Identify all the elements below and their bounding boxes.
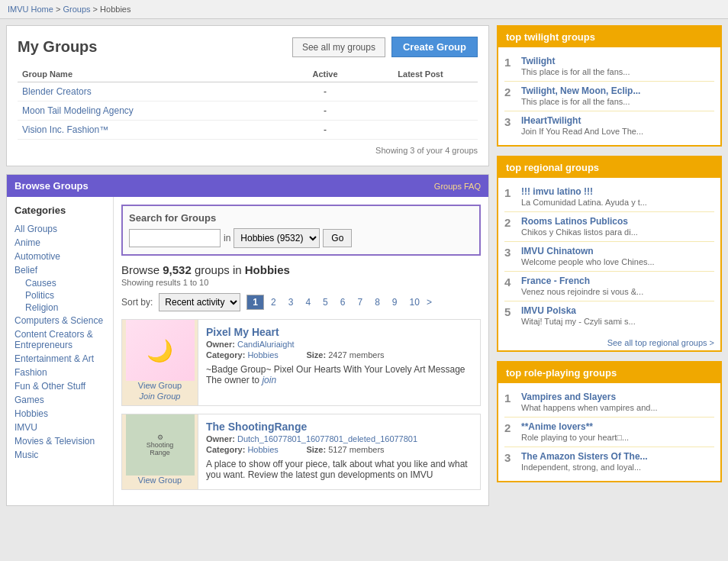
search-input[interactable] <box>129 229 221 247</box>
top-group-item: 1 !!! imvu latino !!! La Comunidad Latin… <box>504 182 714 212</box>
category-item-automotive[interactable]: Automotive <box>14 250 105 263</box>
owner-link[interactable]: Dutch_16077801_16077801_deleted_16077801 <box>237 434 417 443</box>
showing-text: Showing 3 of your 4 groups <box>18 146 478 155</box>
category-item-imvu[interactable]: IMVU <box>14 421 105 434</box>
top-group-item: 3 The Amazon Sisters Of The... Independe… <box>504 447 714 476</box>
page-5-button[interactable]: 5 <box>317 295 333 310</box>
category-item-games[interactable]: Games <box>14 393 105 407</box>
group-name-link[interactable]: Moon Tail Modeling Agency <box>22 105 134 116</box>
top-twilight-box: top twilight groups 1 Twilight This plac… <box>497 25 722 147</box>
top-group-name-link[interactable]: Twilight <box>521 56 714 66</box>
rank-number: 3 <box>504 246 521 259</box>
col-latest: Latest Post <box>363 66 478 82</box>
top-group-name-link[interactable]: IMVU Chinatown <box>521 246 714 256</box>
table-row: Blender Creators - <box>18 82 478 102</box>
category-item-movies---television[interactable]: Movies & Television <box>14 434 105 448</box>
top-group-desc: Role playing to your heart□... <box>521 433 629 442</box>
col-group-name: Group Name <box>18 66 287 82</box>
group-thumb: 🌙 View Group Join Group <box>122 320 198 405</box>
category-link[interactable]: Hobbies <box>247 350 278 359</box>
category-link[interactable]: Hobbies <box>247 445 278 454</box>
group-meta-owner: Owner: Dutch_16077801_16077801_deleted_1… <box>206 434 472 443</box>
page-2-button[interactable]: 2 <box>266 295 282 310</box>
top-roleplaying-header: top role-playing groups <box>498 363 720 383</box>
category-item-fashion[interactable]: Fashion <box>14 366 105 379</box>
rank-number: 1 <box>504 392 521 405</box>
category-item-content-creators---entrepreneurs[interactable]: Content Creators & Entrepreneurs <box>14 327 105 352</box>
group-name-link[interactable]: Vision Inc. Fashion™ <box>22 124 108 135</box>
top-group-desc: Venez nous rejoindre si vous &... <box>521 287 643 296</box>
join-group-link[interactable]: Join Group <box>140 392 181 401</box>
sort-select[interactable]: Recent activity Name Size <box>159 293 240 311</box>
category-item-computers---science[interactable]: Computers & Science <box>14 314 105 327</box>
category-item-politics[interactable]: Politics <box>14 289 105 301</box>
top-group-item: 3 IMVU Chinatown Welcome people who love… <box>504 242 714 272</box>
latest-post-cell <box>363 102 478 121</box>
group-thumb: ⚙ShootingRange View Group <box>122 414 198 489</box>
browse-results-title: Browse 9,532 groups in Hobbies <box>121 263 481 276</box>
latest-post-cell <box>363 82 478 102</box>
top-group-item: 2 Rooms Latinos Publicos Chikos y Chikas… <box>504 212 714 242</box>
categories-sidebar: Categories All GroupsAnimeAutomotiveBeli… <box>7 197 114 505</box>
page-1-button[interactable]: 1 <box>246 295 264 310</box>
top-group-name-link[interactable]: !!! imvu latino !!! <box>521 186 714 197</box>
top-group-name-link[interactable]: Vampires and Slayers <box>521 392 714 402</box>
top-group-name-link[interactable]: IHeartTwilight <box>521 115 714 126</box>
search-in-label: in <box>224 233 230 243</box>
pagination: 1 2 3 4 5 6 7 8 9 10 > <box>246 295 432 310</box>
category-item-religion[interactable]: Religion <box>14 301 105 314</box>
top-group-name-link[interactable]: Twilight, New Moon, Eclip... <box>521 85 714 96</box>
category-item-entertainment---art[interactable]: Entertainment & Art <box>14 352 105 366</box>
active-cell: - <box>287 121 363 140</box>
group-thumb-actions: View Group <box>138 476 182 485</box>
groups-faq-link[interactable]: Groups FAQ <box>434 182 481 191</box>
category-item-music[interactable]: Music <box>14 448 105 462</box>
page-9-button[interactable]: 9 <box>387 295 403 310</box>
category-item-hobbies[interactable]: Hobbies <box>14 407 105 421</box>
view-group-link[interactable]: View Group <box>138 381 182 390</box>
see-all-my-groups-button[interactable]: See all my groups <box>292 37 385 57</box>
top-group-name-link[interactable]: **Anime lovers** <box>521 421 714 432</box>
breadcrumb-imvu-home[interactable]: IMVU Home <box>8 5 53 14</box>
create-group-button[interactable]: Create Group <box>391 37 478 57</box>
see-all-regional-link[interactable]: See all top regional groups > <box>607 338 714 347</box>
sort-pagination: Sort by: Recent activity Name Size 1 2 3… <box>121 293 481 311</box>
view-group-link[interactable]: View Group <box>138 476 182 485</box>
top-group-text: IMVU Chinatown Welcome people who love C… <box>521 246 714 267</box>
page-8-button[interactable]: 8 <box>369 295 385 310</box>
top-group-item: 4 France - French Venez nous rejoindre s… <box>504 272 714 301</box>
breadcrumb-groups[interactable]: Groups <box>63 5 90 14</box>
breadcrumb: IMVU Home > Groups > Hobbies <box>0 0 728 19</box>
search-label: Search for Groups <box>129 212 473 224</box>
category-item-causes[interactable]: Causes <box>14 277 105 289</box>
page-3-button[interactable]: 3 <box>283 295 299 310</box>
page-6-button[interactable]: 6 <box>335 295 351 310</box>
category-item-belief[interactable]: Belief <box>14 263 105 277</box>
owner-link[interactable]: CandiAluriaight <box>237 340 295 349</box>
join-inline-link[interactable]: join <box>262 375 276 385</box>
top-twilight-header: top twilight groups <box>498 27 720 47</box>
top-regional-box: top regional groups 1 !!! imvu latino !!… <box>497 156 722 352</box>
group-name-link[interactable]: Blender Creators <box>22 86 92 97</box>
page-10-button[interactable]: 10 <box>404 295 425 310</box>
top-group-text: IMVU Polska Witaj! Tutaj my - Czyli sami… <box>521 305 714 327</box>
top-group-name-link[interactable]: IMVU Polska <box>521 305 714 316</box>
table-row: Moon Tail Modeling Agency - <box>18 102 478 121</box>
search-go-button[interactable]: Go <box>323 229 352 247</box>
top-group-name-link[interactable]: France - French <box>521 276 714 286</box>
search-category-select[interactable]: Hobbies (9532) All Groups Anime Automoti… <box>234 228 320 248</box>
page-next[interactable]: > <box>427 297 432 308</box>
top-group-name-link[interactable]: Rooms Latinos Publicos <box>521 216 714 227</box>
category-item-all-groups[interactable]: All Groups <box>14 222 105 236</box>
page-4-button[interactable]: 4 <box>300 295 316 310</box>
top-group-desc: This place is for all the fans... <box>521 67 630 76</box>
top-group-name-link[interactable]: The Amazon Sisters Of The... <box>521 451 714 462</box>
group-name-link[interactable]: The ShootingRange <box>206 421 307 433</box>
sort-label: Sort by: <box>121 297 153 308</box>
page-7-button[interactable]: 7 <box>352 295 368 310</box>
group-size: 5127 members <box>328 445 384 454</box>
group-size: 2427 members <box>328 350 384 359</box>
category-item-anime[interactable]: Anime <box>14 236 105 250</box>
group-name-link[interactable]: Pixel My Heart <box>206 326 279 338</box>
category-item-fun---other-stuff[interactable]: Fun & Other Stuff <box>14 379 105 393</box>
